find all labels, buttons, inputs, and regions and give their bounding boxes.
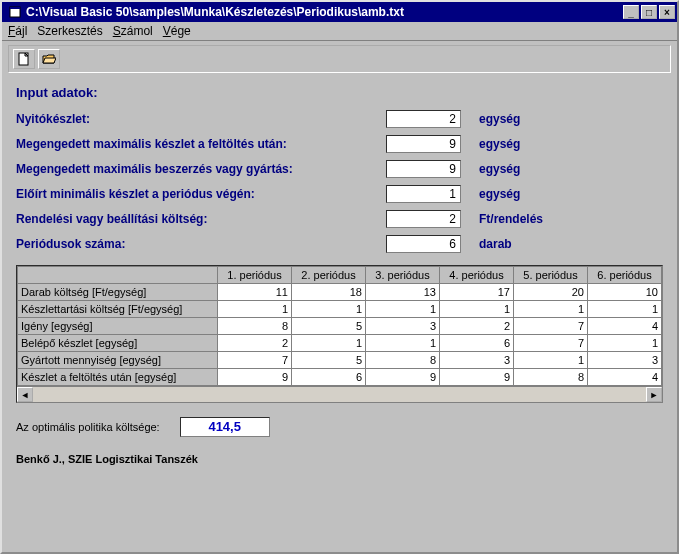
cell[interactable]: 9 xyxy=(218,369,292,386)
new-button[interactable] xyxy=(13,49,35,69)
unit-min-stock: egység xyxy=(479,187,520,201)
cell[interactable]: 9 xyxy=(440,369,514,386)
menu-file[interactable]: Fájldocument.currentScript.previousEleme… xyxy=(8,24,27,38)
table-row: Készlet a feltöltés után [egység]969984 xyxy=(18,369,662,386)
cell[interactable]: 2 xyxy=(440,318,514,335)
menubar: Fájldocument.currentScript.previousEleme… xyxy=(2,22,677,41)
cell[interactable]: 1 xyxy=(292,335,366,352)
cell[interactable]: 1 xyxy=(514,352,588,369)
row-header: Darab költség [Ft/egység] xyxy=(18,284,218,301)
col-header: 6. periódus xyxy=(588,267,662,284)
label-periods: Periódusok száma: xyxy=(16,237,386,251)
row-header: Készlet a feltöltés után [egység] xyxy=(18,369,218,386)
label-opening-stock: Nyitókészlet: xyxy=(16,112,386,126)
label-order-cost: Rendelési vagy beállítási költség: xyxy=(16,212,386,226)
open-button[interactable] xyxy=(38,49,60,69)
cell[interactable]: 4 xyxy=(588,369,662,386)
row-header: Készlettartási költség [Ft/egység] xyxy=(18,301,218,318)
cell[interactable]: 8 xyxy=(514,369,588,386)
col-header: 2. periódus xyxy=(292,267,366,284)
row-header: Igény [egység] xyxy=(18,318,218,335)
cell[interactable]: 10 xyxy=(588,284,662,301)
cell[interactable]: 8 xyxy=(218,318,292,335)
cell[interactable]: 1 xyxy=(588,335,662,352)
toolbar xyxy=(8,45,671,73)
col-header: 1. periódus xyxy=(218,267,292,284)
cell[interactable]: 8 xyxy=(366,352,440,369)
table-row: Gyártott mennyiség [egység]758313 xyxy=(18,352,662,369)
cell[interactable]: 1 xyxy=(292,301,366,318)
data-grid[interactable]: 1. periódus2. periódus3. periódus4. peri… xyxy=(16,265,663,403)
cell[interactable]: 5 xyxy=(292,318,366,335)
unit-max-stock: egység xyxy=(479,137,520,151)
input-order-cost[interactable] xyxy=(386,210,461,228)
app-window: C:\Visual Basic 50\samples\Munka\Készlet… xyxy=(0,0,679,554)
row-header: Gyártott mennyiség [egység] xyxy=(18,352,218,369)
maximize-button[interactable]: □ xyxy=(641,5,657,19)
cell[interactable]: 13 xyxy=(366,284,440,301)
window-title: C:\Visual Basic 50\samples\Munka\Készlet… xyxy=(26,5,623,19)
cell[interactable]: 17 xyxy=(440,284,514,301)
cell[interactable]: 1 xyxy=(440,301,514,318)
scroll-left-button[interactable]: ◄ xyxy=(17,387,33,402)
input-max-prod[interactable] xyxy=(386,160,461,178)
horizontal-scrollbar[interactable]: ◄ ► xyxy=(17,386,662,402)
table-row: Darab költség [Ft/egység]111813172010 xyxy=(18,284,662,301)
col-header: 5. periódus xyxy=(514,267,588,284)
cell[interactable]: 3 xyxy=(588,352,662,369)
table-row: Belépő készlet [egység]211671 xyxy=(18,335,662,352)
cell[interactable]: 1 xyxy=(218,301,292,318)
cell[interactable]: 1 xyxy=(366,335,440,352)
content-area: Input adatok: Nyitókészlet: egység Megen… xyxy=(2,73,677,552)
cell[interactable]: 1 xyxy=(514,301,588,318)
cell[interactable]: 6 xyxy=(292,369,366,386)
minimize-button[interactable]: _ xyxy=(623,5,639,19)
result-label: Az optimális politika költsége: xyxy=(16,421,160,433)
table-row: Igény [egység]853274 xyxy=(18,318,662,335)
label-max-stock: Megengedett maximális készlet a feltölté… xyxy=(16,137,386,151)
cell[interactable]: 11 xyxy=(218,284,292,301)
cell[interactable]: 2 xyxy=(218,335,292,352)
menu-end[interactable]: Vége xyxy=(163,24,191,38)
cell[interactable]: 7 xyxy=(514,318,588,335)
unit-opening-stock: egység xyxy=(479,112,520,126)
app-icon xyxy=(8,5,22,19)
input-max-stock[interactable] xyxy=(386,135,461,153)
input-min-stock[interactable] xyxy=(386,185,461,203)
cell[interactable]: 3 xyxy=(366,318,440,335)
cell[interactable]: 5 xyxy=(292,352,366,369)
unit-periods: darab xyxy=(479,237,512,251)
scroll-track[interactable] xyxy=(33,387,646,402)
cell[interactable]: 20 xyxy=(514,284,588,301)
row-header: Belépő készlet [egység] xyxy=(18,335,218,352)
cell[interactable]: 7 xyxy=(218,352,292,369)
cell[interactable]: 3 xyxy=(440,352,514,369)
cell[interactable]: 6 xyxy=(440,335,514,352)
unit-order-cost: Ft/rendelés xyxy=(479,212,543,226)
input-periods[interactable] xyxy=(386,235,461,253)
footer-text: Benkő J., SZIE Logisztikai Tanszék xyxy=(16,453,663,465)
titlebar: C:\Visual Basic 50\samples\Munka\Készlet… xyxy=(2,2,677,22)
cell[interactable]: 1 xyxy=(366,301,440,318)
result-value: 414,5 xyxy=(180,417,270,437)
table-row: Készlettartási költség [Ft/egység]111111 xyxy=(18,301,662,318)
scroll-right-button[interactable]: ► xyxy=(646,387,662,402)
section-title: Input adatok: xyxy=(16,85,663,100)
svg-rect-1 xyxy=(10,7,20,9)
cell[interactable]: 1 xyxy=(588,301,662,318)
menu-calc[interactable]: Számol xyxy=(113,24,153,38)
cell[interactable]: 7 xyxy=(514,335,588,352)
col-header: 4. periódus xyxy=(440,267,514,284)
label-min-stock: Előírt minimális készlet a periódus végé… xyxy=(16,187,386,201)
menu-edit[interactable]: Szerkesztés xyxy=(37,24,102,38)
input-opening-stock[interactable] xyxy=(386,110,461,128)
cell[interactable]: 18 xyxy=(292,284,366,301)
unit-max-prod: egység xyxy=(479,162,520,176)
col-header: 3. periódus xyxy=(366,267,440,284)
close-button[interactable]: × xyxy=(659,5,675,19)
label-max-prod: Megengedett maximális beszerzés vagy gyá… xyxy=(16,162,386,176)
cell[interactable]: 4 xyxy=(588,318,662,335)
cell[interactable]: 9 xyxy=(366,369,440,386)
